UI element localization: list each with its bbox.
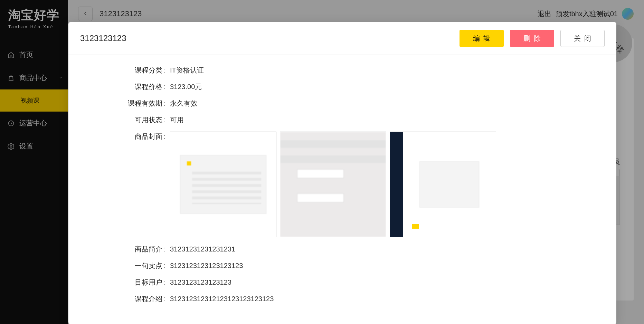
close-button[interactable]: 关闭 xyxy=(560,30,605,47)
chevron-left-icon xyxy=(83,10,88,18)
sidebar-item-label: 视频课 xyxy=(21,96,39,105)
topbar-right: 退出 预发tbhx入驻测试01 xyxy=(538,8,634,20)
bag-icon xyxy=(8,75,15,82)
topbar-left: 3123123123 xyxy=(78,7,142,21)
thumbnail-preview-icon xyxy=(390,132,496,237)
sidebar-item-label: 首页 xyxy=(19,50,33,59)
sidebar-item-label: 运营中心 xyxy=(19,118,47,128)
back-button[interactable] xyxy=(78,7,93,21)
field-brief: 商品简介 31231231231231231 xyxy=(96,244,599,254)
sidebar-item-video-course[interactable]: 视频课 xyxy=(0,89,68,112)
username-label[interactable]: 预发tbhx入驻测试01 xyxy=(556,9,618,19)
sidebar-item-label: 设置 xyxy=(19,142,33,151)
field-value: 3123.00元 xyxy=(170,82,202,92)
cover-thumbnail-1[interactable] xyxy=(170,132,276,237)
sidebar: 淘宝好学 Taobao Hào Xué 首页 商品中心 视频课 运营中心 xyxy=(0,0,68,324)
page-title: 3123123123 xyxy=(100,9,142,18)
chevron-down-icon xyxy=(59,75,63,81)
home-icon xyxy=(8,51,15,58)
thumbnail-preview-icon xyxy=(180,155,267,214)
course-detail-modal: 3123123123 编辑 删除 关闭 课程分类 IT资格认证 课程价格 312… xyxy=(68,22,616,324)
modal-title: 3123123123 xyxy=(80,34,126,43)
modal-body: 课程分类 IT资格认证 课程价格 3123.00元 课程有效期 永久有效 可用状… xyxy=(68,55,616,321)
sidebar-nav: 首页 商品中心 视频课 运营中心 设置 xyxy=(0,43,68,158)
modal-header: 3123123123 编辑 删除 关闭 xyxy=(68,22,616,55)
clock-icon xyxy=(8,120,15,127)
field-label: 商品封面 xyxy=(96,132,165,141)
cover-thumbnail-3[interactable] xyxy=(390,132,496,237)
sidebar-item-operation-center[interactable]: 运营中心 xyxy=(0,112,68,135)
field-value: 312312312312123123123123123 xyxy=(170,294,274,304)
field-value: 可用 xyxy=(170,115,184,125)
field-covers: 商品封面 xyxy=(96,132,599,237)
field-label: 可用状态 xyxy=(96,115,165,125)
svg-point-1 xyxy=(10,145,12,147)
field-label: 商品简介 xyxy=(96,244,165,254)
field-selling-point: 一句卖点 3123123123123123123 xyxy=(96,261,599,270)
brand-logo-subtext: Taobao Hào Xué xyxy=(8,25,63,29)
edit-button[interactable]: 编辑 xyxy=(460,30,504,47)
logout-link[interactable]: 退出 xyxy=(538,9,551,19)
thumbnail-preview-icon xyxy=(280,132,386,237)
sidebar-item-home[interactable]: 首页 xyxy=(0,43,68,66)
sidebar-item-goods-center[interactable]: 商品中心 xyxy=(0,66,68,89)
field-category: 课程分类 IT资格认证 xyxy=(96,65,599,75)
field-price: 课程价格 3123.00元 xyxy=(96,82,599,92)
field-target-user: 目标用户 3123123123123123 xyxy=(96,277,599,287)
field-value: 3123123123123123123 xyxy=(170,261,243,270)
field-label: 课程介绍 xyxy=(96,294,165,304)
field-availability: 可用状态 可用 xyxy=(96,115,599,125)
field-label: 课程分类 xyxy=(96,65,165,75)
field-label: 课程有效期 xyxy=(96,98,165,108)
cover-thumbnail-2[interactable] xyxy=(280,132,386,237)
sidebar-item-settings[interactable]: 设置 xyxy=(0,135,68,158)
field-label: 目标用户 xyxy=(96,277,165,287)
field-intro: 课程介绍 312312312312123123123123123 xyxy=(96,294,599,304)
modal-actions: 编辑 删除 关闭 xyxy=(460,30,605,47)
sidebar-item-label: 商品中心 xyxy=(19,73,47,83)
field-validity: 课程有效期 永久有效 xyxy=(96,98,599,108)
field-value: IT资格认证 xyxy=(170,65,204,75)
field-label: 一句卖点 xyxy=(96,261,165,270)
delete-button[interactable]: 删除 xyxy=(510,30,554,47)
avatar-icon[interactable] xyxy=(622,8,634,20)
field-value: 3123123123123123 xyxy=(170,277,231,287)
field-value: 永久有效 xyxy=(170,98,198,108)
gear-icon xyxy=(8,143,15,150)
field-value: 31231231231231231 xyxy=(170,244,235,254)
field-label: 课程价格 xyxy=(96,82,165,92)
cover-thumbnails xyxy=(170,132,496,237)
brand-logo-text: 淘宝好学 xyxy=(8,7,63,24)
brand-logo: 淘宝好学 Taobao Hào Xué xyxy=(0,0,68,33)
